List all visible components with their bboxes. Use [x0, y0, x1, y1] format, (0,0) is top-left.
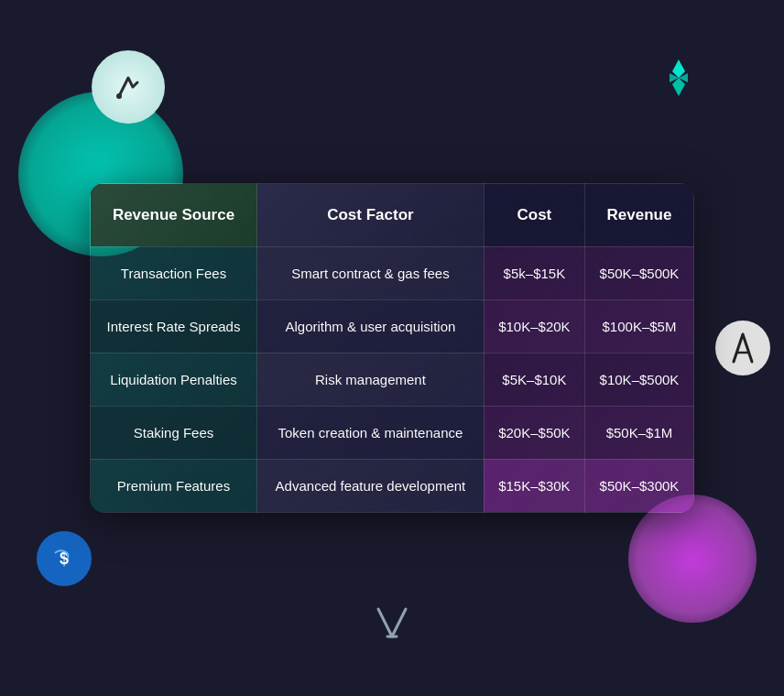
- col-header-cost-factor: Cost Factor: [257, 184, 485, 247]
- cell-cost-factor: Algorithm & user acquisition: [257, 299, 485, 353]
- col-header-revenue-source: Revenue Source: [91, 184, 257, 247]
- cell-cost: $15K–$30K: [484, 459, 584, 512]
- cell-cost: $20K–$50K: [484, 406, 584, 459]
- right-mid-icon: [715, 321, 770, 375]
- table-row: Liquidation PenaltiesRisk management$5K–…: [91, 353, 694, 406]
- cell-cost: $10K–$20K: [484, 299, 584, 353]
- main-table-container: Revenue Source Cost Factor Cost Revenue …: [90, 183, 694, 513]
- cell-revenue: $50K–$1M: [584, 406, 693, 459]
- table-header-row: Revenue Source Cost Factor Cost Revenue: [91, 184, 694, 247]
- table-row: Transaction FeesSmart contract & gas fee…: [91, 246, 694, 299]
- top-left-icon: [92, 50, 165, 124]
- cell-cost: $5k–$15K: [484, 246, 584, 299]
- cell-cost-factor: Risk management: [257, 353, 485, 406]
- svg-point-0: [116, 93, 122, 99]
- cell-revenue-source: Transaction Fees: [91, 246, 257, 299]
- bottom-left-icon: $: [37, 531, 92, 586]
- cell-revenue: $50K–$300K: [584, 459, 693, 512]
- col-header-cost: Cost: [484, 184, 584, 247]
- cell-revenue-source: Premium Features: [91, 459, 257, 512]
- cell-revenue-source: Liquidation Penalties: [91, 353, 257, 406]
- table-row: Staking FeesToken creation & maintenance…: [91, 406, 694, 459]
- cell-cost-factor: Token creation & maintenance: [257, 406, 485, 459]
- cell-revenue-source: Staking Fees: [91, 406, 257, 459]
- cell-cost-factor: Advanced feature development: [257, 459, 485, 512]
- bottom-center-icon: [365, 595, 419, 650]
- cell-revenue: $50K–$500K: [584, 246, 693, 299]
- cell-revenue: $100K–$5M: [584, 299, 693, 353]
- cell-revenue: $10K–$500K: [584, 353, 693, 406]
- cell-revenue-source: Interest Rate Spreads: [91, 299, 257, 353]
- col-header-revenue: Revenue: [584, 184, 693, 247]
- bg-blob-pink: [628, 495, 757, 623]
- top-right-icon: [647, 46, 711, 110]
- table-row: Premium FeaturesAdvanced feature develop…: [91, 459, 694, 512]
- cell-cost: $5K–$10K: [484, 353, 584, 406]
- data-table: Revenue Source Cost Factor Cost Revenue …: [90, 183, 694, 513]
- cell-cost-factor: Smart contract & gas fees: [257, 246, 485, 299]
- table-row: Interest Rate SpreadsAlgorithm & user ac…: [91, 299, 694, 353]
